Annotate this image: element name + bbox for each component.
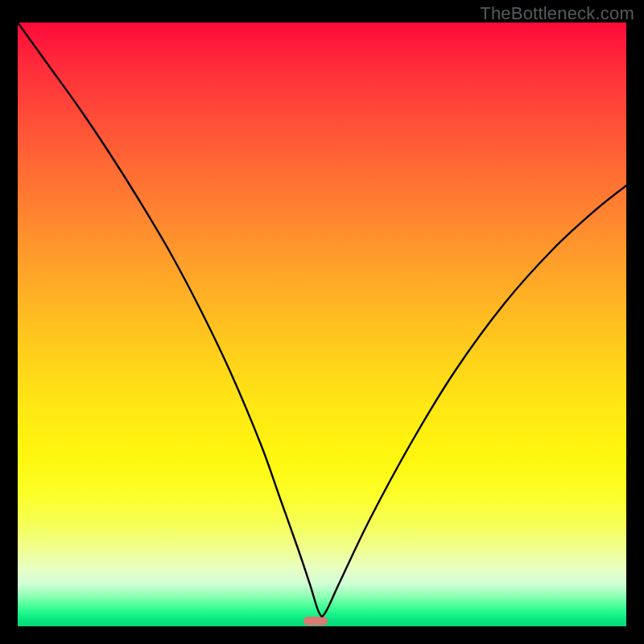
watermark-text: TheBottleneck.com [480, 3, 634, 24]
bottleneck-curve-path [18, 23, 626, 617]
chart-frame: TheBottleneck.com [0, 0, 644, 644]
plot-area [18, 23, 626, 626]
curve-svg [18, 23, 626, 626]
